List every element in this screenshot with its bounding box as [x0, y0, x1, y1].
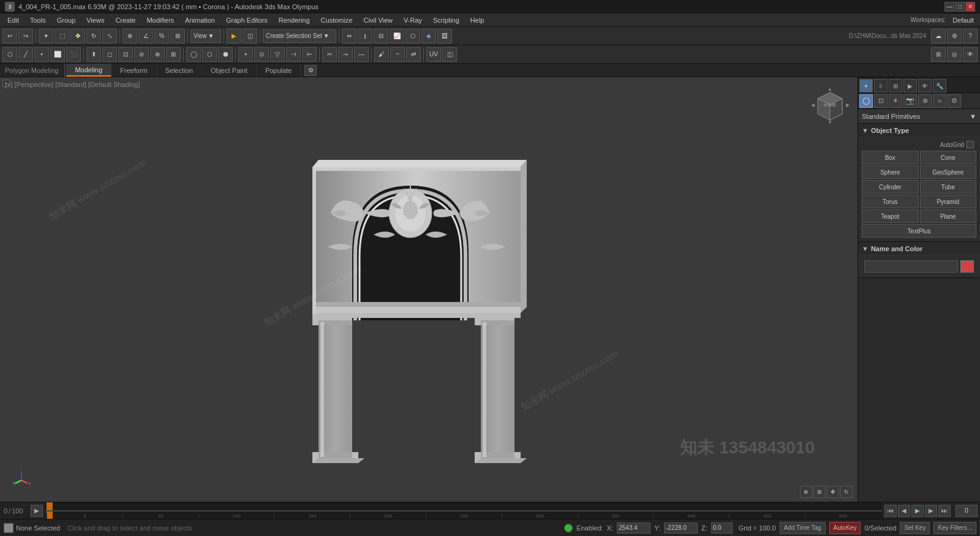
orbit-button[interactable]: ↻ — [840, 486, 853, 498]
timeline-expand-button[interactable]: ▶ — [31, 505, 43, 517]
obj-btn-cone[interactable]: Cone — [920, 151, 977, 164]
edge-button[interactable]: ╱ — [18, 47, 33, 62]
panel-subtab-helpers[interactable]: ⊕ — [918, 94, 932, 108]
snap-toggle-button[interactable]: ⊕ — [123, 29, 137, 43]
panel-tab-modify[interactable]: ◊ — [874, 79, 888, 92]
spinner-snap-button[interactable]: ⊞ — [170, 29, 185, 43]
coord-x-input[interactable] — [617, 523, 650, 534]
detach-button[interactable]: ⊣ — [286, 47, 301, 62]
timeline-track[interactable]: 0 50 100 150 200 250 300 350 400 450 500 — [45, 502, 882, 519]
key-filters-button[interactable]: Key Filters... — [933, 522, 976, 534]
prev-frame-button[interactable]: ◀ — [898, 505, 910, 517]
ref-coord-dropdown[interactable]: View ▼ — [190, 29, 221, 43]
panel-subtab-shapes[interactable]: ⊡ — [874, 94, 888, 108]
border-button[interactable]: ⬜ — [50, 47, 65, 62]
coord-z-input[interactable] — [711, 523, 733, 534]
coord-y-input[interactable] — [664, 523, 698, 534]
quickslice-button[interactable]: ⊸ — [338, 47, 353, 62]
vertex-button[interactable]: • — [34, 47, 49, 62]
panel-tab-utilities[interactable]: 🔧 — [933, 79, 946, 92]
menu-customize[interactable]: Customize — [316, 15, 358, 25]
bevel-button[interactable]: ◻ — [102, 47, 117, 62]
menu-animation[interactable]: Animation — [180, 15, 220, 25]
redo-button[interactable]: ↪ — [18, 29, 33, 43]
symmetry-button[interactable]: ⇌ — [406, 47, 421, 62]
go-start-button[interactable]: ⏮ — [884, 505, 897, 517]
align-button[interactable]: ⫿ — [358, 29, 372, 43]
close-button[interactable]: ✕ — [965, 2, 975, 12]
settings-button[interactable]: ⚙ — [947, 29, 962, 43]
menu-modifiers[interactable]: Modifiers — [141, 15, 179, 25]
render-frame-button[interactable]: ◫ — [243, 29, 257, 43]
panel-subtab-geometry[interactable]: ◯ — [859, 94, 873, 108]
menu-vray[interactable]: V-Ray — [399, 15, 427, 25]
maximize-button[interactable]: □ — [955, 2, 965, 12]
panel-subtab-spacewarps[interactable]: ≈ — [933, 94, 946, 108]
material-editor-button[interactable]: ◈ — [421, 29, 436, 43]
object-properties-button[interactable]: ⊞ — [931, 47, 946, 62]
element-button[interactable]: ⬛ — [66, 47, 81, 62]
object-type-header[interactable]: ▼ Object Type — [858, 124, 980, 137]
zoom-extents-button[interactable]: ⊕ — [800, 486, 812, 498]
collapse-button[interactable]: ▽ — [270, 47, 285, 62]
undo-button[interactable]: ↩ — [2, 29, 17, 43]
color-swatch[interactable] — [960, 260, 974, 273]
smooth-button[interactable]: ◯ — [186, 47, 201, 62]
panel-subtab-lights[interactable]: ☀ — [889, 94, 902, 108]
obj-btn-cylinder[interactable]: Cylinder — [862, 180, 919, 194]
curve-editor-button[interactable]: 📈 — [390, 29, 404, 43]
obj-btn-geosphere[interactable]: GeoSphere — [920, 165, 977, 179]
viewport[interactable]: [+] [Perspective] [Standard] [Default Sh… — [0, 77, 858, 502]
menu-edit[interactable]: Edit — [2, 15, 24, 25]
obj-btn-box[interactable]: Box — [862, 151, 919, 164]
connect-button[interactable]: ⊕ — [150, 47, 165, 62]
attach-button[interactable]: ⊢ — [302, 47, 317, 62]
panel-tab-hierarchy[interactable]: ⊞ — [889, 79, 902, 92]
scale-button[interactable]: ⤡ — [102, 29, 117, 43]
turbosmooth-button[interactable]: ⬡ — [202, 47, 217, 62]
obj-btn-plane[interactable]: Plane — [920, 209, 977, 223]
category-dropdown[interactable]: Standard Primitives ▼ — [858, 109, 980, 124]
schematic-view-button[interactable]: ⬡ — [405, 29, 420, 43]
menu-graph-editors[interactable]: Graph Editors — [221, 15, 273, 25]
inset-button[interactable]: ⊡ — [118, 47, 133, 62]
unwrap-button[interactable]: ◫ — [442, 47, 457, 62]
menu-rendering[interactable]: Rendering — [274, 15, 315, 25]
cloud-button[interactable]: ☁ — [931, 29, 946, 43]
chamfer-button[interactable]: ⊘ — [134, 47, 149, 62]
window-controls[interactable]: — □ ✕ — [944, 2, 975, 12]
slice-plane-button[interactable]: — — [354, 47, 369, 62]
subtab-freeform[interactable]: Freeform — [111, 64, 157, 77]
panel-tab-motion[interactable]: ▶ — [903, 79, 917, 92]
menu-views[interactable]: Views — [81, 15, 109, 25]
play-button[interactable]: ▶ — [911, 505, 924, 517]
subtab-selection[interactable]: Selection — [157, 64, 202, 77]
autogrid-checkbox[interactable] — [967, 141, 974, 148]
extrude-button[interactable]: ⬆ — [86, 47, 101, 62]
panel-subtab-systems[interactable]: ⚙ — [948, 94, 961, 108]
obj-btn-tube[interactable]: Tube — [920, 180, 977, 194]
isolate-button[interactable]: ◎ — [947, 47, 962, 62]
render-button[interactable]: ▶ — [227, 29, 241, 43]
weld-button[interactable]: ⚬ — [238, 47, 253, 62]
menu-scripting[interactable]: Scripting — [428, 15, 464, 25]
menu-civil-view[interactable]: Civil View — [359, 15, 398, 25]
obj-btn-sphere[interactable]: Sphere — [862, 165, 919, 179]
subtab-object-paint[interactable]: Object Paint — [202, 64, 257, 77]
help-button[interactable]: ? — [963, 29, 978, 43]
object-name-input[interactable] — [864, 260, 958, 273]
menu-tools[interactable]: Tools — [25, 15, 51, 25]
select-button[interactable]: ✦ — [39, 29, 53, 43]
populate-settings-button[interactable]: ⚙ — [304, 65, 317, 76]
next-frame-button[interactable]: ▶ — [925, 505, 937, 517]
name-color-header[interactable]: ▼ Name and Color — [858, 242, 980, 255]
polygon-button[interactable]: ⬡ — [2, 47, 17, 62]
zoom-region-button[interactable]: ⊞ — [813, 486, 826, 498]
panel-subtab-cameras[interactable]: 📷 — [903, 94, 917, 108]
move-button[interactable]: ✥ — [70, 29, 85, 43]
obj-btn-textplus[interactable]: TextPlus — [862, 224, 976, 238]
uvw-button[interactable]: UV — [426, 47, 441, 62]
menu-create[interactable]: Create — [110, 15, 140, 25]
go-end-button[interactable]: ⏭ — [938, 505, 951, 517]
obj-btn-torus[interactable]: Torus — [862, 195, 919, 208]
